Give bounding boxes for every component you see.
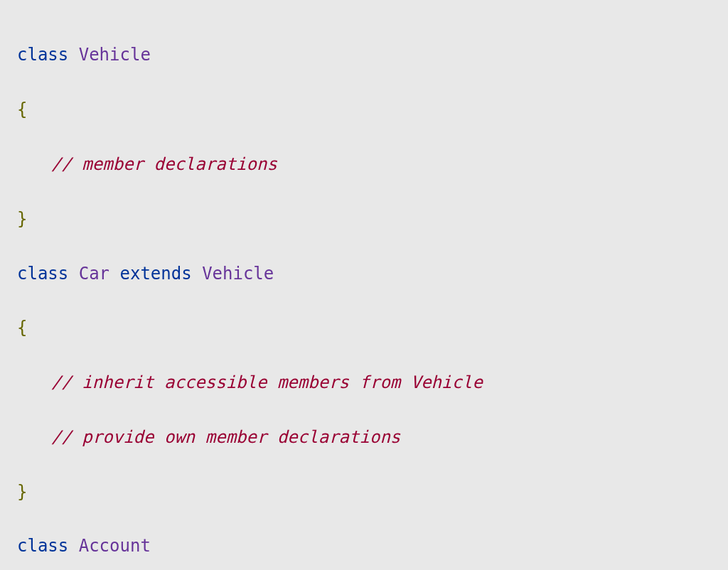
code-line: } bbox=[17, 205, 711, 232]
open-brace: { bbox=[17, 318, 27, 338]
class-name-account: Account bbox=[79, 536, 151, 556]
keyword-class: class bbox=[17, 536, 68, 556]
code-line: // member declarations bbox=[17, 151, 711, 178]
close-brace: } bbox=[17, 209, 27, 229]
close-brace: } bbox=[17, 482, 27, 502]
code-line: { bbox=[17, 96, 711, 123]
code-line: class Car extends Vehicle bbox=[17, 260, 711, 287]
class-name-car: Car bbox=[79, 264, 109, 284]
comment: // provide own member declarations bbox=[51, 427, 400, 447]
comment: // inherit accessible members from Vehic… bbox=[51, 372, 483, 392]
code-line: // provide own member declarations bbox=[17, 424, 711, 451]
code-line: { bbox=[17, 314, 711, 341]
class-name-vehicle: Vehicle bbox=[79, 45, 151, 65]
parent-class-vehicle: Vehicle bbox=[202, 264, 274, 284]
open-brace: { bbox=[17, 100, 27, 119]
keyword-class: class bbox=[17, 45, 68, 65]
code-line: } bbox=[17, 478, 711, 505]
code-line: class Vehicle bbox=[17, 41, 711, 68]
code-block: class Vehicle { // member declarations }… bbox=[17, 14, 711, 570]
keyword-class: class bbox=[17, 264, 68, 284]
comment: // member declarations bbox=[51, 154, 277, 174]
code-line: class Account bbox=[17, 532, 711, 559]
keyword-extends: extends bbox=[120, 264, 192, 284]
code-line: // inherit accessible members from Vehic… bbox=[17, 369, 711, 396]
